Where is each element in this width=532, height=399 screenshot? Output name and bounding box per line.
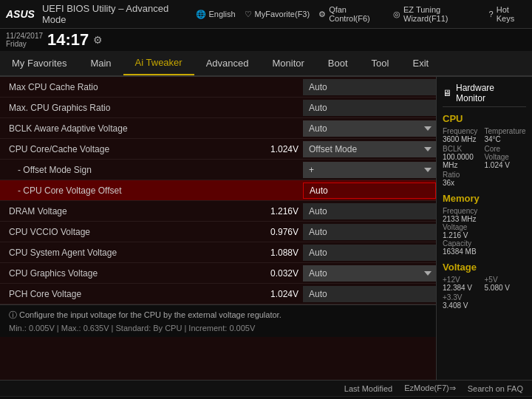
- tab-tool[interactable]: Tool: [360, 51, 401, 75]
- hw-stat-row: Ratio36x: [443, 171, 526, 187]
- hw-value: 2133 MHz: [443, 215, 526, 223]
- setting-value-pre: 1.024V: [266, 144, 303, 154]
- top-bar-right: 🌐 English ♡ MyFavorite(F3) ⚙ Qfan Contro…: [196, 5, 527, 23]
- setting-label: CPU Core/Cache Voltage: [0, 141, 266, 157]
- ez-tuning-button[interactable]: ◎ EZ Tuning Wizard(F11): [393, 5, 480, 23]
- heart-icon: ♡: [245, 10, 252, 19]
- qfan-button[interactable]: ⚙ Qfan Control(F6): [318, 5, 384, 23]
- settings-row: CPU Graphics Voltage0.032VAuto: [0, 263, 436, 284]
- settings-panel: Max CPU Cache RatioMax. CPU Graphics Rat…: [0, 77, 436, 380]
- info-icon: ⓘ: [9, 310, 17, 319]
- setting-label: Max CPU Cache Ratio: [0, 79, 303, 95]
- settings-row: DRAM Voltage1.216V: [0, 201, 436, 222]
- ez-mode-button[interactable]: EzMode(F7)⇒: [404, 383, 456, 393]
- hw-value: 34°C: [485, 135, 527, 143]
- myfavorite-button[interactable]: ♡ MyFavorite(F3): [245, 10, 310, 19]
- info-detail: Min.: 0.005V | Max.: 0.635V | Standard: …: [9, 324, 427, 332]
- hw-label: Core Voltage: [485, 145, 527, 161]
- settings-row: - CPU Core Voltage Offset: [0, 180, 436, 201]
- setting-value-pre: 0.032V: [266, 268, 303, 279]
- hw-label: Frequency: [443, 207, 526, 215]
- hw-value: 36x: [443, 179, 526, 187]
- setting-label: DRAM Voltage: [0, 203, 266, 219]
- setting-input: [303, 224, 436, 240]
- hw-stat-row: Frequency2133 MHz: [443, 207, 526, 223]
- bottom-bar: Last Modified EzMode(F7)⇒ Search on FAQ: [0, 380, 532, 396]
- setting-input: [303, 100, 436, 116]
- setting-label: PCH Core Voltage: [0, 286, 266, 302]
- bios-title: UEFI BIOS Utility – Advanced Mode: [42, 3, 188, 25]
- setting-value-pre: 1.024V: [266, 289, 303, 299]
- tab-ai-tweaker[interactable]: Ai Tweaker: [123, 51, 194, 75]
- top-bar: ASUS UEFI BIOS Utility – Advanced Mode 🌐…: [0, 0, 532, 29]
- tab-monitor[interactable]: Monitor: [261, 51, 316, 75]
- setting-input[interactable]: [303, 183, 436, 199]
- settings-row: Max. CPU Graphics Ratio: [0, 98, 436, 118]
- settings-row: CPU Core/Cache Voltage1.024VOffset Mode: [0, 139, 436, 160]
- hw-section-title: Memory: [443, 193, 526, 204]
- setting-label: CPU System Agent Voltage: [0, 245, 266, 261]
- settings-row: PCH Core Voltage1.024V: [0, 284, 436, 304]
- hw-value: 5.080 V: [485, 284, 527, 292]
- hardware-monitor-panel: 🖥 Hardware Monitor CPUFrequency3600 MHzT…: [436, 77, 532, 380]
- setting-value-pre: 0.976V: [266, 227, 303, 237]
- tab-exit[interactable]: Exit: [400, 51, 440, 75]
- settings-gear-icon[interactable]: ⚙: [93, 34, 103, 46]
- hw-stat-row: +3.3V3.408 V: [443, 293, 526, 310]
- last-modified-button[interactable]: Last Modified: [344, 384, 392, 393]
- settings-row: - Offset Mode Sign+: [0, 160, 436, 180]
- hw-value: 12.384 V: [443, 284, 485, 292]
- settings-row: BCLK Aware Adaptive VoltageAuto: [0, 118, 436, 139]
- hw-stat-row: +12V12.384 V+5V5.080 V: [443, 276, 526, 292]
- setting-label: BCLK Aware Adaptive Voltage: [0, 120, 303, 137]
- hw-label: +3.3V: [443, 293, 526, 301]
- hw-value: 3600 MHz: [443, 135, 485, 143]
- hot-keys-button[interactable]: ? Hot Keys: [489, 5, 526, 23]
- hw-value: 16384 MB: [443, 248, 526, 256]
- setting-input: [303, 286, 436, 302]
- hw-value: 100.0000 MHz: [443, 153, 485, 169]
- tab-boot[interactable]: Boot: [316, 51, 360, 75]
- hw-stat-row: Capacity16384 MB: [443, 239, 526, 256]
- setting-select[interactable]: Auto: [303, 265, 436, 282]
- hw-stat-row: Frequency3600 MHzTemperature34°C: [443, 127, 526, 143]
- tab-main[interactable]: Main: [78, 51, 123, 75]
- main-layout: Max CPU Cache RatioMax. CPU Graphics Rat…: [0, 77, 532, 380]
- hw-stat-row: BCLK100.0000 MHzCore Voltage1.024 V: [443, 145, 526, 169]
- setting-select[interactable]: Offset Mode: [303, 141, 436, 157]
- tab-my-favorites[interactable]: My Favorites: [0, 51, 78, 75]
- hw-label: BCLK: [443, 145, 485, 153]
- setting-value-pre: 1.088V: [266, 248, 303, 258]
- datetime-bar: 11/24/2017Friday 14:17 ⚙: [0, 29, 532, 51]
- settings-row: CPU System Agent Voltage1.088V: [0, 242, 436, 263]
- hw-stat-row: Voltage1.216 V: [443, 223, 526, 239]
- settings-rows: Max CPU Cache RatioMax. CPU Graphics Rat…: [0, 77, 436, 304]
- setting-select[interactable]: +: [303, 162, 436, 178]
- hw-section-title: Voltage: [443, 262, 526, 273]
- settings-row: CPU VCCIO Voltage0.976V: [0, 222, 436, 242]
- tab-advanced[interactable]: Advanced: [194, 51, 261, 75]
- setting-value-pre: 1.216V: [266, 206, 303, 216]
- sidebar-content: CPUFrequency3600 MHzTemperature34°CBCLK1…: [443, 113, 526, 310]
- info-bar: ⓘ Configure the input voltage for the CP…: [0, 304, 436, 337]
- info-description: Configure the input voltage for the CPU …: [19, 310, 282, 319]
- hardware-monitor-title: 🖥 Hardware Monitor: [443, 83, 526, 107]
- setting-select[interactable]: Auto: [303, 120, 436, 137]
- date-text: 11/24/2017Friday: [6, 32, 43, 48]
- time-text: 14:17: [47, 30, 89, 50]
- setting-label: - Offset Mode Sign: [0, 162, 303, 178]
- settings-row: Max CPU Cache Ratio: [0, 77, 436, 98]
- setting-label: CPU VCCIO Voltage: [0, 224, 266, 240]
- hw-section-title: CPU: [443, 113, 526, 124]
- hw-value: 3.408 V: [443, 301, 526, 310]
- hw-label: +5V: [485, 276, 527, 284]
- asus-logo: ASUS: [6, 8, 35, 20]
- fan-icon: ⚙: [318, 10, 326, 19]
- setting-label: - CPU Core Voltage Offset: [0, 183, 303, 199]
- hw-label: Temperature: [485, 127, 527, 135]
- hw-label: Voltage: [443, 223, 526, 231]
- hw-label: Capacity: [443, 239, 526, 248]
- search-faq-button[interactable]: Search on FAQ: [468, 384, 523, 393]
- language-button[interactable]: 🌐 English: [196, 10, 236, 19]
- wand-icon: ◎: [393, 10, 400, 19]
